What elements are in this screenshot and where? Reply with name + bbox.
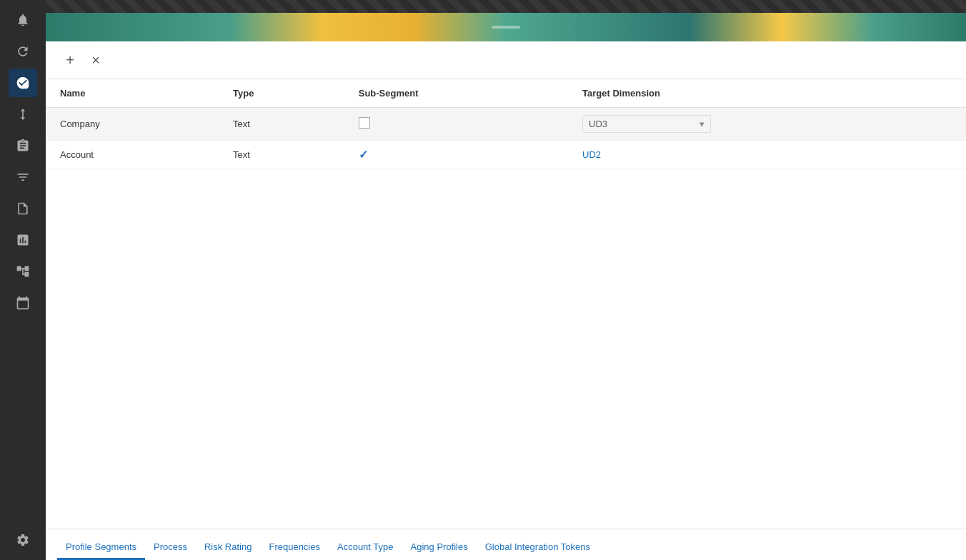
tab-frequencies[interactable]: Frequencies <box>260 536 329 560</box>
clipboard-icon[interactable] <box>9 131 37 160</box>
segments-table: Name Type Sub-Segment Target Dimension C… <box>46 79 966 169</box>
report-view-icon[interactable] <box>9 226 37 254</box>
drag-handle <box>492 26 520 29</box>
table-container: Name Type Sub-Segment Target Dimension C… <box>46 79 966 529</box>
bottom-tabs: Profile SegmentsProcessRisk RatingFreque… <box>46 529 966 560</box>
hierarchy-icon[interactable] <box>9 257 37 286</box>
tab-process[interactable]: Process <box>145 536 196 560</box>
col-subsegment: Sub-Segment <box>344 79 568 108</box>
col-target-dimension: Target Dimension <box>568 79 966 108</box>
cell-target-dimension: UD2 <box>568 141 966 169</box>
checkbox-unchecked[interactable] <box>359 117 370 129</box>
cell-target-dimension: UD3 ▾ <box>568 108 966 141</box>
table-row[interactable]: AccountText✓UD2 <box>46 141 966 169</box>
tab-risk-rating[interactable]: Risk Rating <box>196 536 260 560</box>
top-banner <box>46 0 966 13</box>
table-row[interactable]: CompanyText UD3 ▾ <box>46 108 966 141</box>
col-name: Name <box>46 79 219 108</box>
check-icon: ✓ <box>359 149 368 161</box>
main-content: + × Name Type Sub-Segment Target Dimensi… <box>46 0 966 560</box>
refresh-icon[interactable] <box>9 37 37 66</box>
tab-aging-profiles[interactable]: Aging Profiles <box>402 536 477 560</box>
cell-subsegment[interactable] <box>344 108 568 141</box>
cell-name: Account <box>46 141 219 169</box>
settings-icon[interactable] <box>9 526 37 554</box>
tab-account-type[interactable]: Account Type <box>329 536 402 560</box>
target-dimension-link[interactable]: UD2 <box>582 149 601 160</box>
bell-icon[interactable] <box>9 6 37 34</box>
calendar-icon[interactable] <box>9 289 37 317</box>
chevron-down-icon: ▾ <box>699 119 704 129</box>
profile-config-icon[interactable] <box>9 69 37 97</box>
remove-button[interactable]: × <box>86 50 106 70</box>
document-icon[interactable] <box>9 194 37 223</box>
cell-name: Company <box>46 108 219 141</box>
toolbar: + × <box>46 41 966 79</box>
sidebar <box>0 0 46 560</box>
tab-profile-segments[interactable]: Profile Segments <box>57 536 145 560</box>
target-dimension-value: UD3 <box>589 119 607 129</box>
target-dimension-dropdown[interactable]: UD3 ▾ <box>582 115 711 133</box>
col-type: Type <box>219 79 344 108</box>
cell-type: Text <box>219 141 344 169</box>
arrows-icon[interactable] <box>9 100 37 129</box>
target-dimension-select-wrapper: UD3 ▾ <box>582 115 952 133</box>
tab-global-integration-tokens[interactable]: Global Integration Tokens <box>477 536 599 560</box>
header-bar <box>46 13 966 41</box>
filter-icon[interactable] <box>9 163 37 191</box>
cell-subsegment[interactable]: ✓ <box>344 141 568 169</box>
add-button[interactable]: + <box>60 50 80 70</box>
cell-type: Text <box>219 108 344 141</box>
